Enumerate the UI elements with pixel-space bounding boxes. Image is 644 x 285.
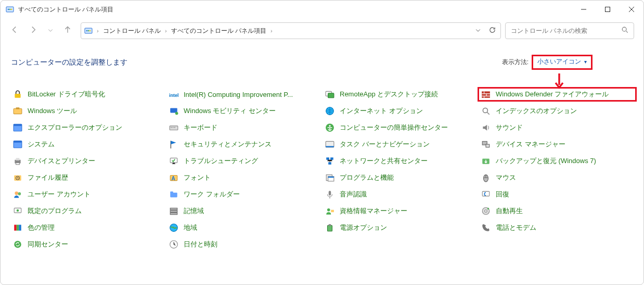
recent-dropdown[interactable]: [47, 26, 54, 35]
minimize-button[interactable]: [572, 1, 596, 18]
items-grid: BitLocker ドライブ暗号化Intel(R) Computing Impr…: [11, 89, 634, 250]
cpl-item-users[interactable]: ユーザー アカウント: [11, 189, 167, 200]
address-bar[interactable]: › コントロール パネル › すべてのコントロール パネル項目 ›: [81, 22, 501, 39]
cpl-item-power[interactable]: 電源オプション: [323, 222, 479, 233]
cpl-item-autoplay[interactable]: 自動再生: [479, 205, 635, 217]
cpl-item-label: エクスプローラーのオプション: [28, 123, 122, 132]
cpl-item-label: 電話とモデム: [496, 223, 536, 232]
cpl-item-index[interactable]: インデックスのオプション: [479, 105, 635, 117]
keyboard-icon: [169, 123, 178, 132]
breadcrumb-item[interactable]: すべてのコントロール パネル項目: [171, 27, 266, 35]
cpl-item-label: 既定のプログラム: [28, 206, 82, 216]
cpl-item-explorer[interactable]: エクスプローラーのオプション: [11, 122, 167, 133]
cpl-item-filehist[interactable]: ファイル履歴: [11, 172, 167, 183]
backup-icon: [481, 156, 491, 166]
cpl-item-system[interactable]: システム: [11, 139, 167, 150]
titlebar: すべてのコントロール パネル項目: [1, 1, 643, 18]
address-dropdown[interactable]: [475, 26, 481, 35]
cpl-item-label: インターネット オプション: [340, 106, 423, 116]
refresh-button[interactable]: [488, 26, 496, 36]
breadcrumb-item[interactable]: コントロール パネル: [103, 27, 161, 35]
up-button[interactable]: [63, 25, 72, 36]
tools-icon: [13, 106, 22, 116]
cpl-item-label: Windows Defender ファイアウォール: [496, 90, 609, 99]
cpl-item-programs[interactable]: プログラムと機能: [323, 172, 479, 183]
cpl-item-label: 自動再生: [496, 206, 523, 216]
svg-point-67: [622, 27, 626, 31]
network-icon: [325, 156, 334, 166]
cpl-item-trouble[interactable]: トラブルシューティング: [167, 155, 323, 167]
default-icon: [13, 206, 22, 216]
cpl-item-label: 記憶域: [184, 206, 204, 216]
chevron-right-icon: ›: [271, 28, 273, 34]
cpl-item-label: インデックスのオプション: [496, 106, 577, 116]
cpl-item-label: デバイスとプリンター: [28, 156, 95, 166]
cpl-item-region[interactable]: 地域: [167, 222, 323, 233]
region-icon: [169, 223, 178, 232]
cpl-item-mouse[interactable]: マウス: [479, 172, 635, 183]
cpl-item-sound[interactable]: サウンド: [479, 122, 635, 133]
cpl-item-network[interactable]: ネットワークと共有センター: [323, 155, 479, 167]
recovery-icon: [481, 190, 491, 199]
cpl-item-label: ファイル履歴: [28, 173, 68, 182]
maximize-button[interactable]: [596, 1, 620, 18]
cpl-item-security[interactable]: セキュリティとメンテナンス: [167, 139, 323, 150]
cpl-item-label: ワーク フォルダー: [184, 190, 240, 199]
cpl-item-speech[interactable]: 音声認識: [323, 189, 479, 200]
cpl-item-printers[interactable]: デバイスとプリンター: [11, 155, 167, 167]
autoplay-icon: [481, 206, 491, 216]
cpl-item-keyboard[interactable]: キーボード: [167, 122, 323, 133]
cpl-item-workfolder[interactable]: ワーク フォルダー: [167, 189, 323, 200]
cpl-item-intel[interactable]: Intel(R) Computing Improvement P...: [167, 89, 323, 100]
cpl-item-sync[interactable]: 同期センター: [11, 239, 167, 250]
svg-rect-66: [606, 7, 610, 12]
cpl-item-recovery[interactable]: 回復: [479, 189, 635, 200]
security-icon: [169, 140, 178, 149]
cpl-item-label: 回復: [496, 190, 509, 199]
firewall-icon: [481, 90, 491, 99]
users-icon: [13, 190, 22, 199]
cpl-item-label: バックアップと復元 (Windows 7): [496, 156, 596, 166]
cpl-item-label: Windows モビリティ センター: [184, 106, 276, 116]
cpl-item-phone[interactable]: 電話とモデム: [479, 222, 635, 233]
toolbar: › コントロール パネル › すべてのコントロール パネル項目 › コントロール…: [1, 18, 643, 43]
cpl-item-datetime[interactable]: 日付と時刻: [167, 239, 323, 250]
forward-button[interactable]: [29, 25, 38, 36]
mouse-icon: [481, 173, 491, 182]
cpl-item-color[interactable]: 色の管理: [11, 222, 167, 233]
cpl-item-taskbar[interactable]: タスク バーとナビゲーション: [323, 139, 479, 150]
cpl-item-mobility[interactable]: Windows モビリティ センター: [167, 105, 323, 117]
cpl-item-label: 色の管理: [28, 223, 55, 232]
close-button[interactable]: [620, 1, 643, 18]
cpl-item-label: ユーザー アカウント: [28, 190, 91, 199]
cpl-item-default[interactable]: 既定のプログラム: [11, 205, 167, 217]
address-icon: [84, 27, 93, 35]
cpl-item-label: マウス: [496, 173, 516, 182]
cpl-item-storage[interactable]: 記憶域: [167, 205, 323, 217]
cpl-item-label: システム: [28, 140, 55, 149]
cpl-item-label: トラブルシューティング: [184, 156, 258, 166]
back-button[interactable]: [10, 25, 19, 36]
viewby-dropdown[interactable]: 小さいアイコン: [532, 55, 593, 70]
search-box[interactable]: コントロール パネルの検索: [505, 22, 634, 39]
cpl-item-devmgr[interactable]: デバイス マネージャー: [479, 139, 635, 150]
cpl-item-tools[interactable]: Windows ツール: [11, 105, 167, 117]
programs-icon: [325, 173, 334, 182]
cpl-item-label: RemoteApp とデスクトップ接続: [340, 90, 438, 99]
cpl-item-label: 音声認識: [340, 190, 367, 199]
cpl-item-backup[interactable]: バックアップと復元 (Windows 7): [479, 155, 635, 167]
power-icon: [325, 223, 334, 232]
cpl-item-internet[interactable]: インターネット オプション: [323, 105, 479, 117]
devmgr-icon: [481, 140, 491, 149]
cpl-item-bitlocker[interactable]: BitLocker ドライブ暗号化: [11, 89, 167, 100]
cpl-item-label: 資格情報マネージャー: [340, 206, 407, 216]
mobility-icon: [169, 106, 178, 116]
cpl-item-ease[interactable]: コンピューターの簡単操作センター: [323, 122, 479, 133]
chevron-right-icon: ›: [97, 28, 99, 34]
cpl-item-remoteapp[interactable]: RemoteApp とデスクトップ接続: [323, 89, 479, 100]
content-area: コンピューターの設定を調整します 表示方法: 小さいアイコン BitLocker…: [1, 43, 643, 250]
filehist-icon: [13, 173, 22, 182]
cpl-item-fonts[interactable]: フォント: [167, 172, 323, 183]
explorer-icon: [13, 123, 22, 132]
cpl-item-cred[interactable]: 資格情報マネージャー: [323, 205, 479, 217]
